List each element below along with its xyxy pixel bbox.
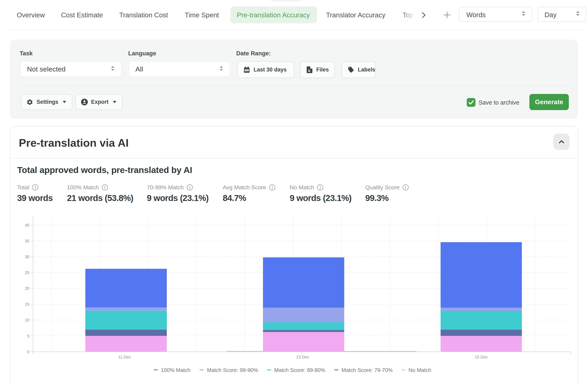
- svg-text:Match Score: 79-70%: Match Score: 79-70%: [342, 367, 393, 373]
- svg-text:5: 5: [27, 334, 29, 338]
- svg-text:10: 10: [25, 318, 29, 322]
- svg-text:20: 20: [25, 286, 29, 291]
- svg-text:11 Dec: 11 Dec: [118, 355, 131, 359]
- svg-text:15 Dec: 15 Dec: [475, 355, 487, 359]
- svg-text:100% Match: 100% Match: [161, 367, 190, 373]
- svg-text:25: 25: [25, 270, 29, 275]
- svg-text:13 Dec: 13 Dec: [296, 355, 309, 359]
- svg-text:30: 30: [25, 255, 29, 259]
- svg-text:35: 35: [25, 239, 29, 243]
- svg-text:Match Score: 99-90%: Match Score: 99-90%: [207, 367, 258, 373]
- svg-text:0: 0: [27, 349, 29, 354]
- svg-text:No Match: No Match: [409, 367, 431, 373]
- svg-text:40: 40: [25, 223, 29, 227]
- svg-text:Match Score: 89-80%: Match Score: 89-80%: [274, 367, 325, 373]
- svg-text:15: 15: [25, 302, 29, 307]
